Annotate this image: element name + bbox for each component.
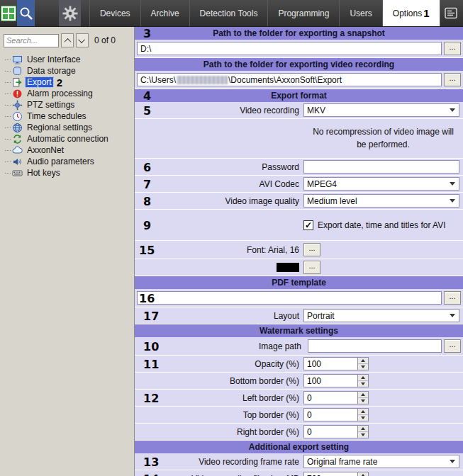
video-path-row: C:\Users\ \Documents\AxxonSoft\Export ..… xyxy=(135,71,463,89)
video-recording-dropdown[interactable]: MKV xyxy=(303,103,459,117)
sidebar-item-export[interactable]: Export 2 xyxy=(5,76,134,88)
callout-8: 8 xyxy=(143,194,151,208)
left-border-row: 12 Left border (%) xyxy=(135,390,463,407)
settings-gear-icon[interactable] xyxy=(59,0,80,26)
pdf-template-row: 16 ... xyxy=(135,289,463,307)
spinner-up-button[interactable] xyxy=(358,426,368,431)
layout-label: Layout xyxy=(135,311,303,321)
section-header-export-format-label: Export format xyxy=(271,91,327,101)
callout-4: 4 xyxy=(143,89,151,103)
image-path-input[interactable] xyxy=(308,339,442,353)
tab-devices[interactable]: Devices xyxy=(89,0,140,26)
dropdown-arrow-icon xyxy=(450,108,455,112)
section-header-video-path-label: Path to the folder for exporting video r… xyxy=(203,60,394,69)
spinner-up-button[interactable] xyxy=(358,472,368,476)
tab-options[interactable]: Options 1 xyxy=(382,0,440,26)
right-border-input[interactable] xyxy=(303,425,357,438)
recompression-note: No recompression of video image will be … xyxy=(303,126,463,151)
video-recording-value: MKV xyxy=(307,106,325,115)
sidebar-item-audio-parameters[interactable]: Audio parameters xyxy=(5,156,134,167)
pdf-template-input[interactable] xyxy=(137,291,442,305)
tab-archive[interactable]: Archive xyxy=(140,0,189,26)
top-border-input[interactable] xyxy=(303,408,357,421)
video-path-prefix: C:\Users\ xyxy=(140,75,176,85)
callout-9: 9 xyxy=(143,218,151,232)
snapshot-path-input[interactable] xyxy=(137,42,442,55)
main-menu: Devices Archive Detection Tools Programm… xyxy=(89,0,440,26)
dropdown-arrow-icon xyxy=(450,460,455,463)
settings-tree: User Interface Data storage Export 2 Ala… xyxy=(0,54,134,178)
frame-rate-value: Original frame rate xyxy=(307,457,377,467)
search-prev-button[interactable] xyxy=(61,33,74,47)
spinner-down-button[interactable] xyxy=(358,397,368,404)
file-size-label: Video recording file size, MB xyxy=(135,474,303,476)
search-next-button[interactable] xyxy=(76,33,89,47)
tab-users[interactable]: Users xyxy=(339,0,381,26)
sidebar-item-user-interface[interactable]: User Interface xyxy=(5,54,134,65)
keyboard-icon xyxy=(12,168,23,178)
layout-dropdown[interactable]: Portrait xyxy=(303,309,459,322)
snapshot-browse-button[interactable]: ... xyxy=(444,42,461,55)
redacted-username xyxy=(177,76,228,84)
snapshot-path-row: ... xyxy=(135,40,463,58)
spinner-down-button[interactable] xyxy=(358,431,368,438)
image-path-browse-button[interactable]: ... xyxy=(444,339,461,353)
font-browse-button[interactable]: ... xyxy=(303,243,320,256)
tab-programming[interactable]: Programming xyxy=(267,0,339,26)
titles-checkbox-row: 9 Export date, time and titles for AVI xyxy=(135,210,463,241)
spinner-up-button[interactable] xyxy=(358,409,368,414)
export-icon xyxy=(12,77,23,88)
left-border-spinner xyxy=(303,391,369,404)
monitor-icon xyxy=(12,55,23,65)
left-border-input[interactable] xyxy=(303,391,357,404)
color-browse-button[interactable]: ... xyxy=(303,261,320,274)
callout-15: 15 xyxy=(139,243,155,256)
video-quality-dropdown[interactable]: Medium level xyxy=(303,194,459,208)
topbar: Devices Archive Detection Tools Programm… xyxy=(0,0,463,27)
sidebar-item-hot-keys[interactable]: Hot keys xyxy=(5,167,134,178)
password-input[interactable] xyxy=(303,160,459,174)
video-path-browse-button[interactable]: ... xyxy=(444,73,461,86)
dropdown-arrow-icon xyxy=(450,182,455,186)
video-quality-value: Medium level xyxy=(307,196,357,206)
bottom-border-label: Bottom border (%) xyxy=(135,376,303,386)
pdf-template-browse-button[interactable]: ... xyxy=(444,291,461,305)
search-input[interactable] xyxy=(4,34,59,47)
sidebar-item-time-schedules[interactable]: Time schedules xyxy=(5,110,134,122)
sidebar-item-axxonnet[interactable]: AxxonNet xyxy=(5,144,134,156)
titles-checkbox[interactable] xyxy=(303,220,313,230)
spinner-down-button[interactable] xyxy=(358,380,368,387)
sidebar-item-alarm-processing[interactable]: Alarm processing xyxy=(5,88,134,99)
font-row: 15 Font: Arial, 16 ... xyxy=(135,241,463,259)
video-path-field[interactable]: C:\Users\ \Documents\AxxonSoft\Export xyxy=(137,73,442,86)
settings-sidebar: 0 of 0 User Interface Data storage Expor… xyxy=(0,27,135,476)
search-icon[interactable] xyxy=(17,0,35,26)
section-header-snapshot-path: 3 Path to the folder for exporting a sna… xyxy=(135,27,463,40)
bottom-border-row: Bottom border (%) xyxy=(135,373,463,390)
sidebar-item-ptz-settings[interactable]: PTZ settings xyxy=(5,99,134,110)
file-size-input[interactable] xyxy=(303,472,357,476)
tab-detection-tools[interactable]: Detection Tools xyxy=(189,0,268,26)
spinner-down-button[interactable] xyxy=(358,363,368,370)
bottom-border-input[interactable] xyxy=(303,374,357,387)
layout-grid-icon[interactable] xyxy=(0,0,17,26)
sidebar-item-data-storage[interactable]: Data storage xyxy=(5,65,134,76)
video-recording-row: 5 Video recording MKV xyxy=(135,102,463,119)
sidebar-item-regional-settings[interactable]: Regional settings xyxy=(5,122,134,133)
spinner-down-button[interactable] xyxy=(358,414,368,421)
spinner-up-button[interactable] xyxy=(358,358,368,363)
spinner-up-button[interactable] xyxy=(358,392,368,397)
recompression-note-row: No recompression of video image will be … xyxy=(135,119,463,159)
sidebar-item-automatic-connection[interactable]: Automatic connection xyxy=(5,133,134,144)
clock-icon xyxy=(12,111,23,122)
frame-rate-dropdown[interactable]: Original frame rate xyxy=(303,455,459,468)
layout-row: 17 Layout Portrait xyxy=(135,307,463,324)
callout-11: 11 xyxy=(143,357,159,370)
image-path-label: Image path xyxy=(137,341,306,351)
avi-codec-dropdown[interactable]: MPEG4 xyxy=(303,177,459,191)
message-board-icon[interactable] xyxy=(440,0,462,26)
sidebar-search-row: 0 of 0 xyxy=(0,32,134,52)
section-header-pdf-template: PDF template xyxy=(135,276,463,289)
spinner-up-button[interactable] xyxy=(358,375,368,380)
opacity-input[interactable] xyxy=(303,357,357,370)
